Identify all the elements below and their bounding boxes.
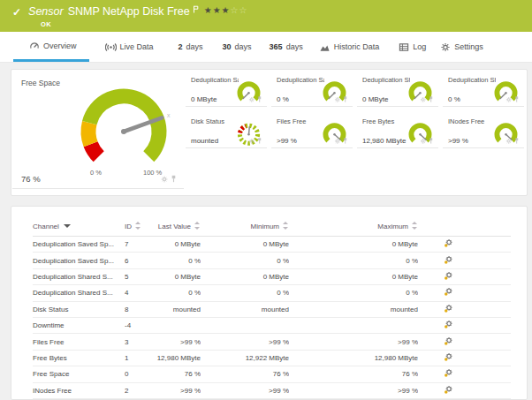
column-header-minimum[interactable]: Minimum xyxy=(201,219,289,237)
sort-icon xyxy=(194,222,201,230)
column-header-maximum[interactable]: Maximum xyxy=(289,219,418,237)
channel-settings-gear-icon[interactable] xyxy=(444,307,453,315)
channel-name-cell[interactable]: INodes Free xyxy=(33,382,125,398)
pin-icon[interactable] xyxy=(343,92,348,105)
channel-settings-cell xyxy=(418,237,478,253)
channel-name-cell[interactable]: Files Free xyxy=(33,334,125,350)
tab-live-data[interactable]: Live Data xyxy=(105,32,154,62)
channel-settings-gear-icon[interactable] xyxy=(444,275,453,283)
channel-name-cell[interactable]: Downtime xyxy=(33,317,125,333)
gear-icon[interactable] xyxy=(248,92,255,105)
mini-gauge-grid: Deduplication Saved S... 0 MByte Dedupli… xyxy=(184,72,527,195)
column-header-channel[interactable]: Channel xyxy=(33,219,125,237)
last-value-cell: 0 % xyxy=(156,285,201,301)
pin-icon[interactable] xyxy=(257,92,262,105)
pin-icon[interactable] xyxy=(343,133,348,147)
channel-table-panel: Channel ID Last Value Minimum Maximum De… xyxy=(11,206,528,400)
gear-icon[interactable] xyxy=(420,133,426,147)
gear-icon[interactable] xyxy=(161,170,168,186)
channel-name-cell[interactable]: Deduplication Shared S... xyxy=(33,268,125,284)
gear-icon[interactable] xyxy=(505,133,512,147)
gear-icon[interactable] xyxy=(248,133,255,147)
tab-historic-data[interactable]: Historic Data xyxy=(319,32,380,62)
pin-icon[interactable] xyxy=(171,170,177,186)
channel-settings-gear-icon[interactable] xyxy=(444,259,453,267)
gauge-scale-max: 100 % xyxy=(143,169,162,177)
channel-settings-gear-icon[interactable] xyxy=(444,340,453,348)
channel-id-cell: 2 xyxy=(125,382,156,398)
pin-icon[interactable] xyxy=(429,92,434,105)
maximum-cell: 0 MByte xyxy=(289,268,418,284)
tile-title: Deduplication Saved S... xyxy=(191,76,239,84)
tile-value: >99 % xyxy=(448,137,468,145)
channel-name-cell[interactable]: Deduplication Saved Sp... xyxy=(33,237,125,253)
channel-name-cell[interactable]: Free Space xyxy=(33,366,125,382)
channel-gauge-tile[interactable]: Deduplication Shared ... 0 MByte xyxy=(357,72,438,107)
channel-settings-cell xyxy=(418,253,478,268)
table-row: Deduplication Saved Sp... 7 0 MByte 0 MB… xyxy=(33,237,511,253)
channel-settings-gear-icon[interactable] xyxy=(444,372,453,380)
log-table-icon xyxy=(399,42,409,52)
maximum-cell: 12,980 MByte xyxy=(289,350,418,366)
table-row: Deduplication Saved Sp... 6 0 % 0 % 0 % xyxy=(33,253,511,268)
minimum-cell: mounted xyxy=(201,301,289,317)
channel-name-cell[interactable]: Free Bytes xyxy=(33,350,125,366)
status-ok-check-icon: ✓ xyxy=(12,5,21,19)
gear-icon[interactable] xyxy=(334,92,340,105)
last-value-cell: 12,980 MByte xyxy=(156,350,201,366)
column-header-id[interactable]: ID xyxy=(125,219,156,237)
channel-settings-gear-icon[interactable] xyxy=(444,356,453,364)
tab-settings[interactable]: Settings xyxy=(440,32,483,62)
tile-value: 0 MByte xyxy=(191,95,217,103)
gear-icon[interactable] xyxy=(334,133,340,147)
last-value-cell: 0 MByte xyxy=(156,268,201,284)
tab-overview[interactable]: Overview xyxy=(13,32,89,62)
pin-icon[interactable] xyxy=(257,133,262,147)
free-space-gauge: x xyxy=(62,80,186,179)
channel-name-cell[interactable]: Deduplication Shared S... xyxy=(33,285,125,301)
pin-icon[interactable] xyxy=(514,92,520,105)
gauge-scale-min: 0 % xyxy=(90,169,102,177)
gauge-max-marker: x xyxy=(167,112,171,118)
tab-30-days[interactable]: 30days xyxy=(223,32,252,62)
stars-empty: ☆☆ xyxy=(231,5,248,15)
tile-value: 0 MByte xyxy=(362,95,388,103)
channel-settings-gear-icon[interactable] xyxy=(444,242,453,250)
tab-2-days[interactable]: 2days xyxy=(179,32,203,62)
pin-icon[interactable] xyxy=(514,133,520,147)
sensor-header: ✓ Sensor SNMP NetApp Disk Free ★★★☆☆ OK xyxy=(0,0,532,32)
minimum-cell: 0 MByte xyxy=(201,237,289,253)
gear-icon[interactable] xyxy=(505,92,512,105)
channel-settings-gear-icon[interactable] xyxy=(444,291,453,298)
table-row: Free Space 0 76 % 76 % 76 % xyxy=(33,366,511,382)
channel-gauge-tile[interactable]: Files Free >99 % xyxy=(271,113,353,148)
tab-365-days[interactable]: 365days xyxy=(270,32,303,62)
gear-icon xyxy=(440,42,451,52)
channel-gauge-tile[interactable]: Deduplication Saved S... 0 % xyxy=(271,72,353,107)
pin-icon[interactable] xyxy=(429,133,434,147)
channel-settings-cell xyxy=(418,268,478,284)
free-space-gauge-tile[interactable]: Free Space x 76 % 0 % 100 % xyxy=(12,72,184,189)
channel-table: Channel ID Last Value Minimum Maximum De… xyxy=(33,219,511,399)
priority-stars[interactable]: ★★★☆☆ xyxy=(204,4,248,18)
tab-log[interactable]: Log xyxy=(399,32,426,62)
channel-gauge-tile[interactable]: INodes Free >99 % xyxy=(443,113,524,148)
channel-settings-gear-icon[interactable] xyxy=(444,323,453,331)
channel-gauge-tile[interactable]: Disk Status mounted xyxy=(186,113,267,148)
stars-filled: ★★★ xyxy=(204,5,231,15)
status-badge: OK xyxy=(41,20,532,28)
last-value-cell xyxy=(156,317,201,333)
main-gauge-value: 76 % xyxy=(21,174,41,184)
channel-name-cell[interactable]: Deduplication Saved Sp... xyxy=(33,253,125,268)
column-header-last-value[interactable]: Last Value xyxy=(156,219,201,237)
channel-gauge-tile[interactable]: Free Bytes 12,980 MByte xyxy=(357,113,438,148)
channel-gauge-tile[interactable]: Deduplication Saved S... 0 MByte xyxy=(186,72,267,107)
table-row: Files Free 3 >99 % >99 % >99 % xyxy=(33,334,511,350)
channel-id-cell: 4 xyxy=(125,285,156,301)
channel-gauge-tile[interactable]: Deduplication Shared ... 0 % xyxy=(443,72,524,107)
minimum-cell: >99 % xyxy=(201,334,289,350)
flag-icon[interactable] xyxy=(193,2,199,16)
channel-settings-gear-icon[interactable] xyxy=(444,389,453,396)
channel-name-cell[interactable]: Disk Status xyxy=(33,301,125,317)
gear-icon[interactable] xyxy=(420,92,426,105)
